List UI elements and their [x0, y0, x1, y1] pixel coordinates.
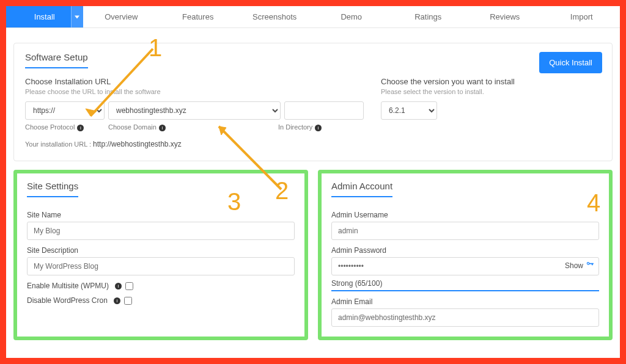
- site-settings-panel: Site Settings Site Name Site Description…: [13, 170, 308, 340]
- tab-label: Import: [570, 12, 593, 21]
- admin-pass-input[interactable]: [331, 257, 599, 275]
- panel-title: Admin Account: [331, 181, 392, 197]
- install-url-value: http://webhostingtesthb.xyz: [93, 140, 182, 148]
- panel-title: Site Settings: [27, 181, 78, 197]
- admin-user-label: Admin Username: [331, 211, 599, 219]
- version-select[interactable]: 6.2.1: [381, 101, 437, 120]
- tab-install[interactable]: Install: [6, 6, 83, 27]
- protocol-select[interactable]: https://: [25, 101, 105, 120]
- multisite-checkbox[interactable]: [125, 282, 133, 290]
- tab-label: Reviews: [490, 12, 520, 21]
- site-name-label: Site Name: [27, 211, 295, 219]
- tab-screenshots[interactable]: Screenshots: [237, 6, 314, 27]
- site-desc-label: Site Description: [27, 246, 295, 255]
- info-icon[interactable]: i: [114, 297, 120, 304]
- tab-ratings[interactable]: Ratings: [390, 6, 467, 27]
- tab-overview[interactable]: Overview: [83, 6, 160, 27]
- version-heading: Choose the version you want to install: [381, 77, 601, 86]
- hint-protocol: Choose Protocol: [25, 123, 75, 131]
- install-url-column: Choose Installation URL Please choose th…: [25, 77, 364, 148]
- nav-tabs: Install Overview Features Screenshots De…: [6, 6, 620, 28]
- info-icon[interactable]: i: [77, 125, 84, 131]
- version-column: Choose the version you want to install P…: [381, 77, 601, 148]
- app-root: Install Overview Features Screenshots De…: [6, 6, 620, 358]
- tab-label: Demo: [341, 12, 362, 21]
- install-url-label: Your installation URL :: [25, 140, 91, 148]
- admin-email-input[interactable]: [331, 308, 599, 327]
- admin-account-panel: Admin Account Admin Username Admin Passw…: [318, 170, 613, 340]
- tab-label: Overview: [105, 12, 138, 21]
- software-setup-panel: Software Setup Quick Install Choose Inst…: [13, 43, 613, 161]
- info-icon[interactable]: i: [159, 125, 166, 131]
- multisite-label: Enable Multisite (WPMU): [27, 282, 109, 290]
- tab-label: Features: [182, 12, 213, 21]
- hint-domain: Choose Domain: [108, 123, 156, 131]
- tab-features[interactable]: Features: [160, 6, 237, 27]
- admin-email-label: Admin Email: [331, 297, 599, 306]
- svg-marker-0: [75, 15, 79, 18]
- show-label: Show: [565, 261, 583, 269]
- admin-pass-label: Admin Password: [331, 246, 599, 255]
- tab-label: Ratings: [414, 12, 441, 21]
- install-url-sub: Please choose the URL to install the sof…: [25, 88, 364, 95]
- show-password-toggle[interactable]: Show: [565, 260, 594, 271]
- version-sub: Please select the version to install.: [381, 88, 601, 95]
- site-desc-input[interactable]: [27, 257, 295, 275]
- install-dropdown-caret[interactable]: [71, 6, 83, 27]
- tab-reviews[interactable]: Reviews: [466, 6, 543, 27]
- cron-checkbox[interactable]: [124, 297, 132, 305]
- info-icon[interactable]: i: [115, 283, 122, 289]
- hint-directory: In Directory: [278, 123, 312, 131]
- tab-label: Install: [34, 12, 55, 21]
- tab-import[interactable]: Import: [543, 6, 620, 27]
- password-strength: Strong (65/100): [331, 279, 599, 291]
- site-name-input[interactable]: [27, 222, 295, 240]
- admin-user-input[interactable]: [331, 222, 599, 240]
- domain-select[interactable]: webhostingtesthb.xyz: [108, 101, 281, 120]
- tab-demo[interactable]: Demo: [313, 6, 390, 27]
- quick-install-button[interactable]: Quick Install: [539, 52, 602, 73]
- key-icon: [586, 260, 594, 271]
- directory-input[interactable]: [284, 101, 364, 120]
- panel-title: Software Setup: [25, 52, 88, 68]
- tab-label: Screenshots: [252, 12, 296, 21]
- info-icon[interactable]: i: [315, 125, 322, 131]
- install-url-heading: Choose Installation URL: [25, 77, 364, 86]
- cron-label: Disable WordPress Cron: [27, 296, 108, 305]
